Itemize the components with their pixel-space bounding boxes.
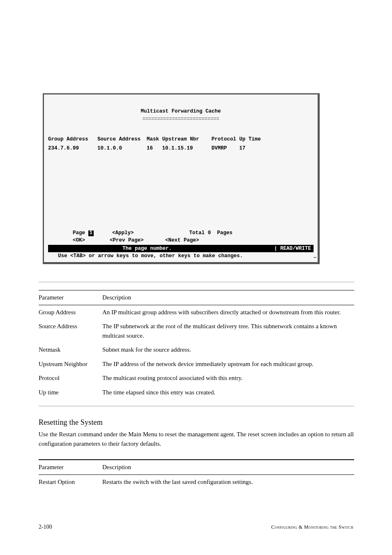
param-name: Protocol [39,371,102,385]
param-name: Source Address [39,319,102,343]
divider [39,282,354,282]
cell-source-address: 10.1.0.0 [97,145,122,151]
param-desc: The IP subnetwork at the root of the mul… [102,319,354,343]
col-up-time: Up Time [239,136,261,142]
table-header-param: Parameter [39,460,102,474]
cell-upstream-nbr: 10.1.15.19 [162,145,193,151]
status-message: The page number. [51,245,172,252]
total-value: 0 [208,230,211,236]
apply-button[interactable]: <Apply> [112,230,134,236]
total-label: Total [189,230,205,236]
divider [39,406,354,406]
table-header-desc: Description [102,460,354,474]
param-desc: The time elapsed since this entry was cr… [102,385,354,400]
parameters-table-wrapper: ParameterDescription Group AddressAn IP … [39,290,354,399]
param-name: Upstream Neighbor [39,357,102,371]
param-name: Netmask [39,343,102,357]
col-source-address: Source Address [97,136,141,142]
col-upstream-nbr: Upstream Nbr [162,136,199,142]
page-label: Page [73,230,85,236]
pagination-row: Page 1 <Apply> Total 0 Pages [48,229,314,237]
page-number: 2-100 [39,524,52,530]
table-header-param: Parameter [39,290,102,305]
parameters-table: ParameterDescription Group AddressAn IP … [39,290,354,399]
prev-page-button[interactable]: <Prev Page> [110,237,144,243]
param-desc: The IP address of the network device imm… [102,357,354,371]
col-mask: Mask [147,136,159,142]
col-protocol: Protocol [212,136,236,142]
param-desc: Restarts the switch with the last saved … [102,474,354,489]
ok-button[interactable]: <OK> [73,237,85,243]
terminal-title-underline: ========================== [48,116,314,123]
help-hint: Use <TAB> or arrow keys to move, other k… [48,252,314,262]
param-desc: Subnet mask for the source address. [102,343,354,357]
param-desc: An IP multicast group address with subsc… [102,305,354,319]
status-mode: | READ/WRITE [274,245,311,252]
nav-buttons-row: <OK> <Prev Page> <Next Page> [48,237,314,244]
cell-mask: 16 [147,145,153,151]
table-header-row: Group Address Source Address Mask Upstre… [48,136,314,143]
terminal-window: Multicast Forwarding Cache =============… [43,93,320,264]
table-row: 234.7.6.99 10.1.0.0 16 10.1.15.19 DVMRP … [48,145,314,152]
col-group-address: Group Address [48,136,88,142]
param-name: Up time [39,385,102,400]
terminal-title: Multicast Forwarding Cache [48,108,314,115]
running-head: Configuring & Monitoring the Switch [271,524,353,530]
table-header-desc: Description [102,290,354,305]
section-heading: Resetting the System [39,418,354,427]
restart-table: ParameterDescription Restart OptionResta… [39,459,354,489]
section-body: Use the Restart command under the Main M… [39,430,354,448]
status-bar: The page number. | READ/WRITE [48,245,314,252]
cell-up-time: 17 [239,145,245,151]
cell-group-address: 234.7.6.99 [48,145,79,151]
param-name: Restart Option [39,474,102,489]
param-desc: The multicast routing protocol associate… [102,371,354,385]
resize-handle-icon: – [314,253,317,261]
pages-label: Pages [217,230,233,236]
next-page-button[interactable]: <Next Page> [165,237,199,243]
cell-protocol: DVMRP [212,145,227,151]
page-number-input[interactable]: 1 [88,230,94,236]
restart-table-wrapper: ParameterDescription Restart OptionResta… [39,459,354,489]
param-name: Group Address [39,305,102,319]
